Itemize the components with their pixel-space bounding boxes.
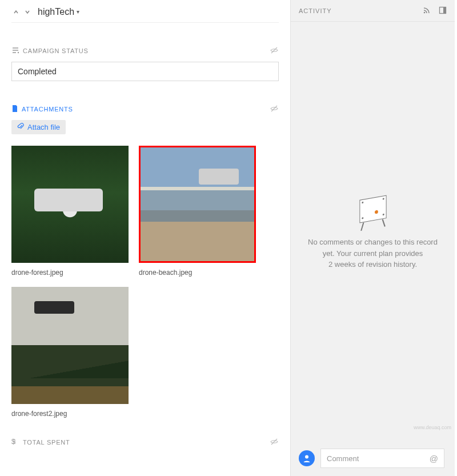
campaign-status-head: CAMPAIGN STATUS — [11, 46, 279, 56]
attachments-grid: drone-forest.jpeg drone-beach.jpeg drone… — [11, 146, 279, 418]
empty-state-text: yet. Your current plan provides — [323, 248, 423, 259]
campaign-status-label: CAMPAIGN STATUS — [23, 47, 89, 54]
empty-state-text: No comments or changes to this record — [308, 237, 438, 248]
field-visibility-icon[interactable] — [270, 46, 279, 56]
currency-icon: $ — [11, 438, 19, 447]
record-title-text: highTech — [38, 7, 74, 17]
total-spent-head: $ TOTAL SPENT — [11, 437, 279, 447]
record-detail-panel: highTech ▾ CAMPAIGN STATUS Completed — [0, 0, 290, 476]
total-spent-section: $ TOTAL SPENT — [11, 437, 279, 447]
attachment-item: drone-forest.jpeg — [11, 146, 129, 277]
svg-line-4 — [271, 439, 277, 445]
watermark: www.deuaq.com — [414, 425, 451, 430]
attachment-field-icon — [11, 105, 18, 114]
attachment-item: drone-forest2.jpeg — [11, 287, 129, 418]
comment-placeholder: Comment — [327, 454, 359, 463]
field-visibility-icon[interactable] — [270, 437, 279, 447]
svg-point-8 — [305, 455, 308, 459]
attachments-label: ATTACHMENTS — [22, 106, 73, 113]
comment-input[interactable]: Comment @ — [320, 449, 444, 468]
empty-state-text: 2 weeks of revision history. — [328, 259, 417, 270]
attachments-section: ATTACHMENTS Attach file drone-forest.jpe… — [11, 104, 279, 418]
attachments-head: ATTACHMENTS — [11, 104, 279, 114]
activity-empty-state: No comments or changes to this record ye… — [291, 194, 455, 270]
mention-icon[interactable]: @ — [430, 454, 438, 463]
activity-panel: ACTIVITY No comments or changes to this … — [290, 0, 455, 476]
attach-file-label: Attach file — [27, 123, 60, 131]
activity-header: ACTIVITY — [291, 0, 455, 22]
collapse-panel-icon[interactable] — [439, 6, 447, 15]
comment-bar: Comment @ — [299, 447, 444, 469]
attachment-thumbnail[interactable] — [11, 287, 129, 404]
svg-point-0 — [18, 52, 19, 53]
attachment-item: drone-beach.jpeg — [139, 146, 256, 277]
avatar[interactable] — [299, 450, 315, 466]
attachment-filename: drone-forest.jpeg — [11, 269, 129, 277]
field-visibility-icon[interactable] — [270, 104, 279, 114]
next-record-button[interactable] — [23, 7, 32, 17]
attach-file-button[interactable]: Attach file — [11, 120, 66, 134]
attachment-filename: drone-beach.jpeg — [139, 269, 256, 277]
record-header: highTech ▾ — [11, 6, 279, 23]
prev-record-button[interactable] — [11, 7, 21, 17]
campaign-status-value[interactable]: Completed — [11, 62, 279, 81]
rss-icon[interactable] — [423, 6, 431, 15]
svg-point-5 — [424, 11, 426, 13]
svg-line-2 — [271, 106, 277, 111]
caret-down-icon: ▾ — [77, 9, 79, 15]
single-select-icon — [11, 46, 19, 55]
attachment-thumbnail[interactable] — [11, 146, 129, 263]
record-title[interactable]: highTech ▾ — [38, 7, 79, 17]
empty-state-icon — [356, 191, 390, 231]
attachment-thumbnail[interactable] — [139, 146, 256, 263]
svg-line-1 — [271, 47, 277, 53]
total-spent-label: TOTAL SPENT — [23, 439, 70, 446]
attachment-filename: drone-forest2.jpeg — [11, 410, 129, 418]
svg-rect-7 — [443, 7, 446, 13]
activity-label: ACTIVITY — [299, 7, 332, 14]
campaign-status-section: CAMPAIGN STATUS Completed — [11, 46, 279, 81]
paperclip-icon — [17, 123, 24, 131]
